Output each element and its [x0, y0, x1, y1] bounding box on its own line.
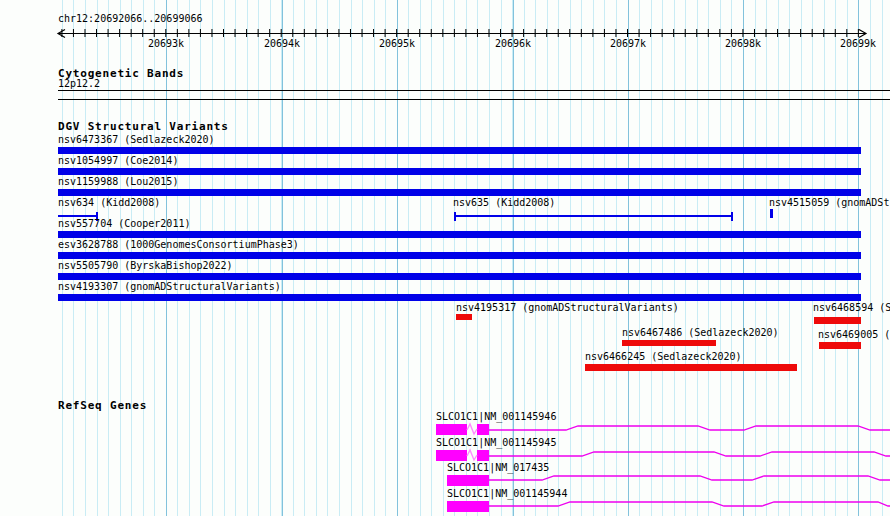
variant-label[interactable]: nsv5505790 (ByrskaBishop2022) — [58, 261, 233, 271]
variant-bar[interactable] — [58, 294, 861, 301]
variant-bar[interactable] — [819, 342, 861, 349]
variant-bar[interactable] — [58, 147, 861, 154]
ruler-tick-label: 20698k — [725, 39, 761, 49]
variant-label[interactable]: nsv634 (Kidd2008) — [58, 198, 160, 208]
ruler-tick-label: 20693k — [148, 39, 184, 49]
variant-span-right-cap — [731, 212, 733, 221]
variant-span-left-cap — [454, 212, 456, 221]
gene-label[interactable]: SLCO1C1|NM_017435 — [447, 463, 549, 473]
variant-label[interactable]: nsv1159988 (Lou2015) — [58, 177, 178, 187]
variant-label[interactable]: nsv635 (Kidd2008) — [453, 198, 555, 208]
variant-bar[interactable] — [58, 231, 861, 238]
gene-intron-line — [489, 476, 890, 480]
gene-label[interactable]: SLCO1C1|NM_001145944 — [447, 489, 567, 499]
grid-minor-line — [870, 0, 871, 516]
variant-label[interactable]: esv3628788 (1000GenomesConsortiumPhase3) — [58, 240, 299, 250]
variant-label[interactable]: nsv6469005 (Sedlazeck2020) — [818, 330, 890, 340]
gene-intron-line — [489, 452, 890, 456]
variant-bar[interactable] — [58, 168, 861, 175]
variant-bar[interactable] — [58, 273, 861, 280]
gene-exon-box[interactable] — [477, 424, 489, 435]
variant-label[interactable]: nsv6466245 (Sedlazeck2020) — [585, 352, 742, 362]
variant-bar[interactable] — [585, 364, 797, 371]
variant-bar[interactable] — [58, 189, 861, 196]
gene-intron-hat — [467, 424, 477, 434]
gene-intron-hat — [467, 450, 477, 460]
ruler-tick-label: 20695k — [379, 39, 415, 49]
variant-label[interactable]: nsv6473367 (Sedlazeck2020) — [58, 135, 215, 145]
gene-intron-line — [489, 426, 890, 430]
refseq-track-header: RefSeq Genes — [58, 400, 147, 411]
variant-label[interactable]: nsv1054997 (Coe2014) — [58, 156, 178, 166]
ruler-tick-label: 20697k — [610, 39, 646, 49]
gene-exon-box[interactable] — [436, 424, 467, 435]
variant-bar[interactable] — [814, 317, 861, 324]
gene-exon-box[interactable] — [436, 450, 467, 461]
cytoband-glyph[interactable] — [58, 90, 890, 100]
grid-minor-line — [882, 0, 883, 516]
variant-label[interactable]: nsv4515059 (gnomADStructuralVariants) — [769, 198, 890, 208]
gene-exon-box[interactable] — [447, 501, 489, 512]
genome-browser-panel: chr12:20692066..20699066 20693k20694k206… — [0, 0, 890, 516]
gene-intron-line — [489, 502, 890, 506]
variant-span-line[interactable] — [454, 215, 733, 217]
cytoband-label[interactable]: 12p12.2 — [58, 79, 100, 89]
variant-label[interactable]: nsv4195317 (gnomADStructuralVariants) — [456, 303, 679, 313]
ruler-tick-label: 20694k — [264, 39, 300, 49]
variant-label[interactable]: nsv557704 (Cooper2011) — [58, 219, 190, 229]
variant-span-line[interactable] — [58, 215, 98, 217]
gene-label[interactable]: SLCO1C1|NM_001145946 — [436, 412, 556, 422]
variant-bar[interactable] — [456, 314, 472, 320]
gene-label[interactable]: SLCO1C1|NM_001145945 — [436, 438, 556, 448]
ruler-right-arrow-icon — [859, 30, 866, 38]
variant-label[interactable]: nsv6467486 (Sedlazeck2020) — [622, 328, 779, 338]
gene-exon-box[interactable] — [477, 450, 489, 461]
dgv-track-header: DGV Structural Variants — [58, 121, 229, 132]
variant-point-tick[interactable] — [770, 209, 773, 218]
region-title: chr12:20692066..20699066 — [58, 14, 203, 24]
ruler-tick-label: 20699k — [840, 39, 876, 49]
variant-bar[interactable] — [58, 252, 861, 259]
variant-label[interactable]: nsv4193307 (gnomADStructuralVariants) — [58, 282, 281, 292]
gene-exon-box[interactable] — [447, 475, 489, 486]
variant-label[interactable]: nsv6468594 (Sedlazeck2020) — [813, 303, 890, 313]
ruler-tick-label: 20696k — [495, 39, 531, 49]
variant-bar[interactable] — [622, 340, 716, 346]
